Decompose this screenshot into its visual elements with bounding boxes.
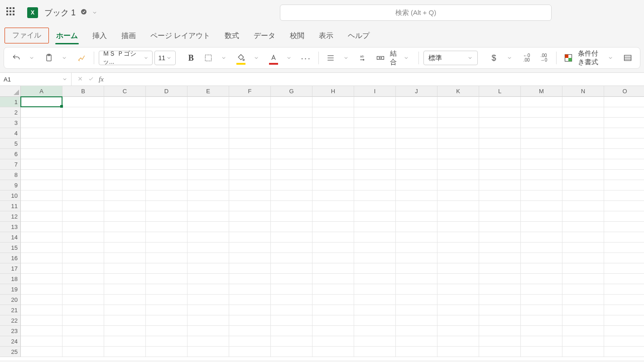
cell[interactable] [604, 138, 644, 149]
cell[interactable] [187, 222, 229, 232]
cell[interactable] [146, 138, 187, 149]
cell[interactable] [604, 149, 644, 159]
cell[interactable] [187, 263, 229, 274]
enter-formula-icon[interactable] [88, 76, 94, 83]
cell[interactable] [479, 211, 521, 222]
cell[interactable] [271, 347, 312, 357]
cell[interactable] [187, 128, 229, 138]
cell[interactable] [521, 138, 562, 149]
cell[interactable] [521, 118, 562, 128]
cell[interactable] [312, 107, 354, 118]
cell[interactable] [104, 336, 146, 347]
cell[interactable] [187, 284, 229, 295]
cell[interactable] [354, 107, 396, 118]
font-name-select[interactable]: ＭＳ Ｐゴシッ... [99, 51, 153, 65]
cell[interactable] [21, 180, 62, 191]
cell[interactable] [437, 232, 479, 243]
cell[interactable] [104, 263, 146, 274]
cell[interactable] [479, 315, 521, 326]
cell[interactable] [146, 180, 187, 191]
cell[interactable] [562, 243, 604, 253]
cell[interactable] [437, 118, 479, 128]
cell[interactable] [62, 128, 104, 138]
row-header-21[interactable]: 21 [0, 305, 21, 315]
cell[interactable] [521, 107, 562, 118]
cancel-formula-icon[interactable] [77, 76, 83, 83]
cell[interactable] [187, 274, 229, 284]
cell[interactable] [562, 284, 604, 295]
cell[interactable] [62, 138, 104, 149]
cell[interactable] [562, 326, 604, 336]
cell[interactable] [521, 191, 562, 201]
row-header-18[interactable]: 18 [0, 274, 21, 284]
cell[interactable] [396, 253, 437, 263]
column-header-N[interactable]: N [562, 86, 604, 97]
cell[interactable] [229, 201, 271, 211]
cell[interactable] [562, 263, 604, 274]
cell[interactable] [146, 274, 187, 284]
tab-page-layout[interactable]: ページ レイアウト [143, 28, 217, 45]
cell[interactable] [396, 107, 437, 118]
cell[interactable] [604, 263, 644, 274]
cell[interactable] [437, 180, 479, 191]
cell[interactable] [229, 347, 271, 357]
row-header-10[interactable]: 10 [0, 191, 21, 201]
cell[interactable] [312, 326, 354, 336]
cell[interactable] [396, 336, 437, 347]
cell[interactable] [271, 97, 312, 107]
cell[interactable] [21, 170, 62, 180]
cell[interactable] [21, 315, 62, 326]
cell[interactable] [229, 107, 271, 118]
cell[interactable] [271, 295, 312, 305]
cell[interactable] [604, 295, 644, 305]
cell[interactable] [187, 191, 229, 201]
cell[interactable] [229, 118, 271, 128]
cell[interactable] [62, 336, 104, 347]
cell[interactable] [187, 97, 229, 107]
cell[interactable] [604, 222, 644, 232]
cell[interactable] [521, 211, 562, 222]
cell[interactable] [479, 347, 521, 357]
cell[interactable] [604, 336, 644, 347]
row-header-4[interactable]: 4 [0, 128, 21, 138]
cell[interactable] [229, 315, 271, 326]
cell[interactable] [21, 274, 62, 284]
cell[interactable] [479, 191, 521, 201]
cell[interactable] [21, 253, 62, 263]
cell[interactable] [437, 97, 479, 107]
cell[interactable] [62, 97, 104, 107]
cell[interactable] [604, 315, 644, 326]
cell[interactable] [62, 201, 104, 211]
cell[interactable] [312, 295, 354, 305]
cell[interactable] [437, 315, 479, 326]
cell[interactable] [437, 201, 479, 211]
cell[interactable] [187, 336, 229, 347]
cell[interactable] [21, 191, 62, 201]
cell[interactable] [396, 149, 437, 159]
cell[interactable] [187, 305, 229, 315]
cell[interactable] [354, 243, 396, 253]
cell[interactable] [187, 201, 229, 211]
cell[interactable] [271, 128, 312, 138]
cell[interactable] [521, 326, 562, 336]
cell[interactable] [187, 295, 229, 305]
cell[interactable] [396, 180, 437, 191]
paste-dropdown[interactable] [57, 50, 72, 66]
cell[interactable] [521, 159, 562, 170]
cell[interactable] [354, 232, 396, 243]
cell[interactable] [229, 336, 271, 347]
tab-file[interactable]: ファイル [5, 28, 49, 43]
cell[interactable] [479, 243, 521, 253]
number-format-select[interactable]: 標準 [423, 51, 478, 65]
cell[interactable] [562, 201, 604, 211]
cell[interactable] [354, 315, 396, 326]
cell[interactable] [437, 253, 479, 263]
cell[interactable] [229, 128, 271, 138]
cell[interactable] [312, 211, 354, 222]
cell[interactable] [354, 128, 396, 138]
cell[interactable] [396, 315, 437, 326]
column-header-D[interactable]: D [146, 86, 187, 97]
cell[interactable] [146, 326, 187, 336]
cell[interactable] [146, 128, 187, 138]
row-header-1[interactable]: 1 [0, 97, 21, 107]
